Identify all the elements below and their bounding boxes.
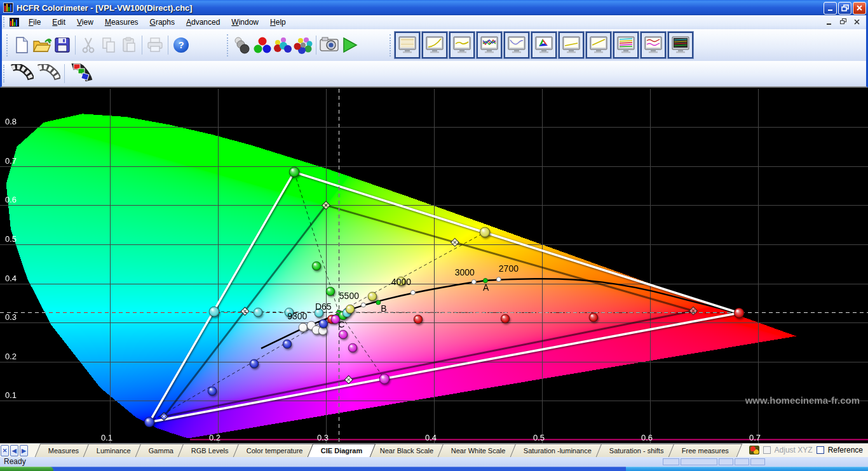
menu-help[interactable]: Help — [264, 16, 292, 29]
near-white-graph-icon — [589, 36, 608, 55]
restore-button[interactable] — [838, 2, 851, 15]
tab-rgb-levels[interactable]: RGB Levels — [178, 444, 242, 457]
saturation-shifts-graph-icon — [644, 36, 663, 55]
taskbar-active-window[interactable] — [626, 467, 868, 471]
rgb-pattern-video-button[interactable] — [67, 63, 94, 84]
close-button[interactable] — [853, 2, 866, 15]
document-icon — [10, 18, 19, 27]
toolbar-grip[interactable] — [390, 34, 393, 56]
graph-tab-bar: ✕ ◀ ▶ Measures Luminance Gamma RGB Level… — [0, 443, 868, 457]
secondaries-balls-icon — [273, 36, 293, 54]
status-pane — [681, 458, 717, 465]
status-text: Ready — [4, 457, 26, 466]
primaries-measure-button[interactable] — [252, 35, 273, 55]
tab-close-button[interactable]: ✕ — [1, 445, 9, 456]
cut-button[interactable] — [78, 35, 98, 55]
menu-advanced[interactable]: Advanced — [180, 16, 226, 29]
print-button[interactable] — [145, 35, 165, 55]
secondaries-measure-button[interactable] — [273, 35, 293, 55]
paste-icon — [121, 37, 137, 53]
gamma-graph-button[interactable] — [449, 32, 475, 58]
grayscale-measure-button[interactable] — [232, 35, 252, 55]
toolbar-grip[interactable] — [227, 34, 230, 56]
cie-diagram-icon — [534, 36, 553, 55]
color-temperature-graph-button[interactable] — [504, 32, 529, 58]
toolbar-grip[interactable] — [3, 65, 6, 83]
minimize-button[interactable] — [824, 2, 837, 15]
menu-graphs[interactable]: Graphs — [144, 16, 180, 29]
menu-edit[interactable]: Edit — [46, 16, 71, 29]
menu-view[interactable]: View — [71, 16, 99, 29]
continuous-measure-button[interactable] — [293, 35, 313, 55]
tab-scroll-right-button[interactable]: ▶ — [20, 445, 28, 456]
near-white-scale-graph-button[interactable] — [586, 32, 611, 58]
tab-color-temperature[interactable]: Color temperature — [233, 444, 316, 457]
help-icon: ? — [173, 37, 189, 53]
tab-near-white-scale[interactable]: Near White Scale — [438, 444, 519, 457]
print-icon — [147, 37, 163, 53]
color-temperature-graph-icon — [507, 36, 526, 55]
menu-window[interactable]: Window — [226, 16, 264, 29]
save-file-button[interactable] — [52, 35, 72, 55]
saturation-luminance-graph-icon — [616, 36, 635, 55]
open-file-icon — [32, 37, 51, 53]
reference-checkbox[interactable] — [817, 446, 824, 454]
luminance-graph-icon — [425, 36, 444, 55]
saturation-shifts-graph-button[interactable] — [641, 32, 666, 58]
adjust-xyz-checkbox[interactable] — [763, 446, 771, 454]
start-measure-button[interactable] — [339, 35, 360, 55]
save-file-icon — [54, 37, 71, 53]
menu-measures[interactable]: Measures — [99, 16, 144, 29]
cut-icon — [81, 37, 95, 53]
open-file-button[interactable] — [32, 35, 52, 55]
near-black-scale-graph-button[interactable] — [559, 32, 584, 58]
application-window: HCFR Colorimeter - [VPL-VW100(Direct).ch… — [0, 0, 868, 471]
windows-taskbar[interactable] — [0, 467, 868, 471]
tab-saturation-shifts[interactable]: Saturation - shifts — [596, 444, 677, 457]
help-button[interactable]: ? — [171, 35, 191, 55]
cie-diagram-canvas[interactable] — [0, 89, 868, 443]
rgb-balls-icon — [253, 36, 272, 54]
tab-free-measures[interactable]: Free measures — [668, 444, 742, 457]
mdi-minimize-button[interactable] — [824, 17, 834, 27]
video-pattern-toolbar — [0, 61, 868, 88]
cie-diagram-button[interactable] — [531, 32, 557, 58]
new-file-icon — [14, 37, 29, 53]
toolbar-grip[interactable] — [3, 17, 6, 27]
rgb-levels-graph-button[interactable] — [477, 32, 502, 58]
start-button[interactable] — [0, 467, 53, 471]
app-icon — [3, 3, 13, 13]
copy-icon — [101, 37, 116, 53]
rgb-levels-graph-icon — [480, 36, 499, 55]
copy-button[interactable] — [98, 35, 119, 55]
new-file-button[interactable] — [11, 35, 32, 55]
status-pane — [735, 458, 749, 465]
near-white-pattern-video-button[interactable] — [35, 63, 62, 84]
status-pane — [663, 458, 679, 465]
status-pane — [750, 458, 765, 465]
reference-label: Reference — [828, 446, 863, 454]
window-title: HCFR Colorimeter - [VPL-VW100(Direct).ch… — [17, 3, 193, 13]
tab-near-black-scale[interactable]: Near Black Scale — [367, 444, 447, 457]
tab-cie-diagram[interactable]: CIE Diagram — [307, 444, 376, 457]
toolbar-grip[interactable] — [6, 34, 10, 56]
film-strip-rgb-icon — [69, 63, 93, 84]
free-measures-graph-button[interactable] — [668, 32, 693, 58]
tab-saturation-luminance[interactable]: Saturation -luminance — [510, 444, 606, 457]
menu-bar: File Edit View Measures Graphs Advanced … — [0, 15, 868, 29]
tab-scroll-left-button[interactable]: ◀ — [10, 445, 18, 456]
mdi-close-button[interactable] — [852, 17, 862, 27]
luminance-graph-button[interactable] — [422, 32, 447, 58]
status-pane — [719, 458, 733, 465]
measures-table-button[interactable] — [395, 32, 420, 58]
snapshot-button[interactable] — [319, 35, 339, 55]
mdi-restore-button[interactable] — [838, 17, 848, 27]
sensor-icon — [749, 446, 759, 454]
film-strip-dark-icon — [10, 64, 34, 83]
cie-diagram-panel — [0, 89, 868, 443]
near-black-graph-icon — [562, 36, 581, 55]
paste-button[interactable] — [119, 35, 139, 55]
grayscale-pattern-video-button[interactable] — [8, 63, 35, 84]
menu-file[interactable]: File — [23, 16, 46, 29]
saturation-luminance-graph-button[interactable] — [613, 32, 639, 58]
